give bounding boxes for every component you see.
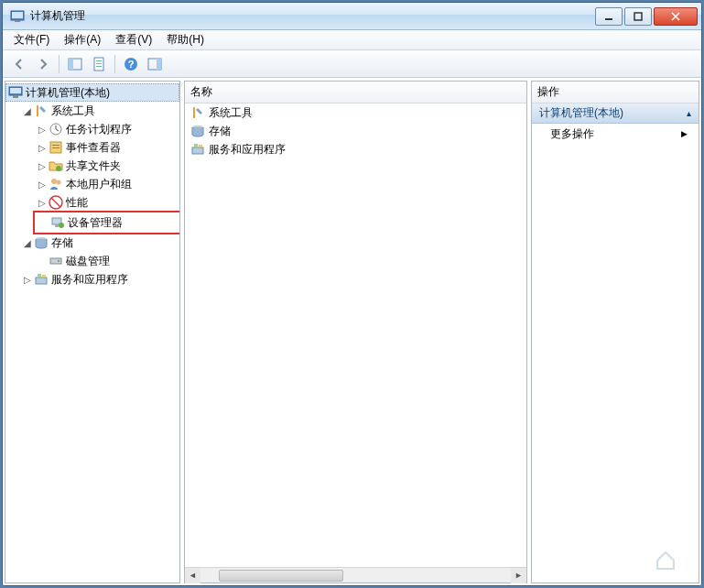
svg-rect-33 xyxy=(38,274,41,278)
expand-icon[interactable]: ▷ xyxy=(37,179,48,190)
tree-label: 性能 xyxy=(66,195,88,211)
svg-rect-8 xyxy=(96,60,102,61)
tree-label: 本地用户和组 xyxy=(66,177,132,192)
action-group-header[interactable]: 计算机管理(本地) ▴ xyxy=(532,103,699,124)
tree-shared-folders[interactable]: ▷ 共享文件夹 xyxy=(35,157,179,175)
tree-storage[interactable]: ◢ 存储 xyxy=(20,234,179,252)
scroll-track[interactable] xyxy=(200,568,511,583)
svg-point-28 xyxy=(59,223,64,228)
titlebar[interactable]: 计算机管理 xyxy=(3,3,701,30)
svg-rect-36 xyxy=(192,147,203,154)
minimize-button[interactable] xyxy=(595,7,623,26)
tree-view[interactable]: 计算机管理(本地) ◢ 系统工具 xyxy=(5,82,179,583)
expand-icon[interactable]: ▷ xyxy=(37,160,48,171)
services-icon xyxy=(34,272,49,287)
back-button[interactable] xyxy=(8,53,30,75)
scroll-right-button[interactable]: ► xyxy=(511,568,526,583)
svg-rect-2 xyxy=(15,20,20,22)
svg-rect-37 xyxy=(194,144,198,147)
svg-point-22 xyxy=(56,166,61,171)
svg-point-23 xyxy=(51,179,57,184)
menu-action[interactable]: 操作(A) xyxy=(57,30,108,49)
app-icon xyxy=(10,9,25,24)
tree-label: 服务和应用程序 xyxy=(51,272,128,288)
list-item-label: 系统工具 xyxy=(209,105,253,121)
tree-event-viewer[interactable]: ▷ 事件查看器 xyxy=(35,138,179,157)
svg-rect-27 xyxy=(55,224,59,227)
help-button[interactable]: ? xyxy=(120,53,142,75)
tools-icon xyxy=(34,103,49,118)
tree-device-manager[interactable]: 设备管理器 xyxy=(37,213,178,232)
tree-label: 磁盘管理 xyxy=(66,254,110,269)
tree-label: 事件查看器 xyxy=(66,140,121,156)
list-panel: 名称 系统工具 存储 服务和应用程序 ◄ ► xyxy=(184,81,527,583)
tree-services[interactable]: ▷ 服务和应用程序 xyxy=(20,270,179,289)
svg-rect-38 xyxy=(199,145,202,147)
tree-local-users[interactable]: ▷ 本地用户和组 xyxy=(35,175,179,193)
services-icon xyxy=(190,142,205,157)
actions-panel-header: 操作 xyxy=(532,82,699,103)
tree-label: 设备管理器 xyxy=(68,215,123,231)
close-button[interactable] xyxy=(654,7,698,26)
scroll-thumb[interactable] xyxy=(219,570,343,582)
svg-point-31 xyxy=(58,260,60,262)
column-name-label: 名称 xyxy=(190,84,212,100)
toolbar: ? xyxy=(3,50,701,78)
actions-panel: 操作 计算机管理(本地) ▴ 更多操作 ▶ xyxy=(531,81,699,583)
content-area: 计算机管理(本地) ◢ 系统工具 xyxy=(3,78,701,585)
device-manager-icon xyxy=(50,215,65,230)
tools-icon xyxy=(190,105,205,120)
menubar: 文件(F) 操作(A) 查看(V) 帮助(H) xyxy=(3,30,701,50)
show-action-pane-button[interactable] xyxy=(144,53,166,75)
svg-rect-16 xyxy=(10,88,21,93)
collapse-arrow-icon: ▴ xyxy=(687,108,691,118)
spacer xyxy=(37,256,48,267)
list-item-label: 存储 xyxy=(209,124,231,139)
list-column-header[interactable]: 名称 xyxy=(185,82,526,103)
tree-task-scheduler[interactable]: ▷ 任务计划程序 xyxy=(35,120,179,138)
storage-icon xyxy=(190,124,205,138)
tree-label: 系统工具 xyxy=(51,103,95,119)
svg-rect-3 xyxy=(605,18,612,20)
expand-icon[interactable]: ▷ xyxy=(37,142,48,153)
list-item-system-tools[interactable]: 系统工具 xyxy=(185,103,526,122)
action-more[interactable]: 更多操作 ▶ xyxy=(532,124,699,144)
tree-root-label: 计算机管理(本地) xyxy=(26,85,110,101)
svg-rect-20 xyxy=(52,145,60,146)
collapse-icon[interactable]: ◢ xyxy=(22,105,33,116)
svg-rect-17 xyxy=(13,95,18,98)
scroll-left-button[interactable]: ◄ xyxy=(185,568,200,583)
maximize-button[interactable] xyxy=(624,7,652,26)
forward-button[interactable] xyxy=(32,53,54,75)
svg-rect-4 xyxy=(634,13,642,20)
list-item-services[interactable]: 服务和应用程序 xyxy=(185,140,526,158)
users-icon xyxy=(49,177,63,191)
collapse-icon[interactable]: ◢ xyxy=(22,237,33,248)
properties-button[interactable] xyxy=(88,53,110,75)
svg-rect-32 xyxy=(36,278,47,284)
menu-file[interactable]: 文件(F) xyxy=(6,30,57,49)
expand-icon[interactable]: ▷ xyxy=(37,124,48,135)
storage-icon xyxy=(34,235,49,250)
action-group-label: 计算机管理(本地) xyxy=(539,105,623,121)
action-more-label: 更多操作 xyxy=(550,126,594,142)
expand-icon[interactable]: ▷ xyxy=(22,274,33,285)
horizontal-scrollbar[interactable]: ◄ ► xyxy=(185,567,526,583)
tree-root[interactable]: 计算机管理(本地) xyxy=(5,83,179,102)
list-item-storage[interactable]: 存储 xyxy=(185,122,526,140)
tree-panel: 计算机管理(本地) ◢ 系统工具 xyxy=(5,81,180,583)
tree-label: 存储 xyxy=(51,235,73,251)
svg-rect-21 xyxy=(52,147,60,148)
show-hide-tree-button[interactable] xyxy=(64,53,86,75)
expand-icon[interactable]: ▷ xyxy=(37,197,48,208)
svg-rect-9 xyxy=(96,63,102,64)
menu-help[interactable]: 帮助(H) xyxy=(159,30,211,49)
list-item-label: 服务和应用程序 xyxy=(209,142,286,158)
tree-performance[interactable]: ▷ 性能 xyxy=(35,193,179,212)
clock-icon xyxy=(49,122,63,136)
list-view[interactable]: 系统工具 存储 服务和应用程序 xyxy=(185,103,526,567)
svg-rect-10 xyxy=(96,66,102,67)
tree-disk-management[interactable]: 磁盘管理 xyxy=(35,252,179,270)
tree-system-tools[interactable]: ◢ 系统工具 xyxy=(20,102,179,120)
menu-view[interactable]: 查看(V) xyxy=(108,30,159,49)
